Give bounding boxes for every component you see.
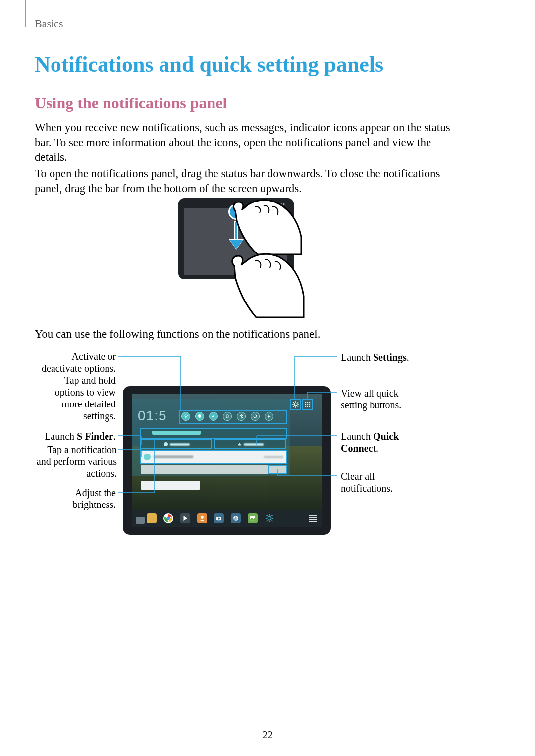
camera-icon: [214, 513, 224, 523]
play-store-icon: [180, 513, 190, 523]
callout-notification-action: Tap a notification and perform various a…: [34, 444, 117, 479]
svg-point-11: [305, 402, 307, 403]
sound-toggle-icon: [209, 412, 218, 421]
callout-quick-connect: Launch Quick Connect.: [341, 430, 425, 454]
bluetooth-toggle-icon: [237, 412, 246, 421]
airplane-toggle-icon: [265, 412, 273, 421]
internet-icon: [231, 513, 241, 523]
panel-clock: 01:5: [138, 408, 167, 424]
svg-point-18: [307, 406, 309, 407]
svg-point-16: [309, 404, 311, 405]
svg-point-14: [305, 404, 307, 405]
page-gutter-line: [25, 0, 26, 27]
svg-line-10: [293, 406, 294, 407]
settings-dock-icon: [265, 513, 274, 523]
svg-point-15: [307, 404, 309, 405]
svg-rect-1: [226, 415, 228, 418]
svg-point-27: [268, 516, 271, 520]
sfinder-button: [141, 440, 213, 449]
section-title: Using the notifications panel: [35, 94, 227, 112]
callout-settings: Launch Settings.: [341, 352, 425, 363]
svg-line-9: [297, 402, 298, 403]
clear-notifications-bar: [141, 465, 286, 474]
svg-line-7: [293, 402, 294, 403]
breadcrumb: Basics: [35, 17, 63, 30]
callout-clear: Clear all notifications.: [341, 470, 425, 494]
search-widget: [141, 481, 200, 490]
expand-icon: [304, 401, 311, 408]
location-toggle-icon: [195, 412, 204, 421]
settings-icon: [292, 401, 299, 408]
page-title: Notifications and quick setting panels: [35, 52, 383, 77]
dock: [147, 513, 325, 524]
svg-line-34: [272, 515, 273, 516]
hand-top-icon: [228, 196, 302, 255]
hand-bottom-icon: [225, 249, 305, 318]
wifi-notification-icon: [144, 454, 151, 460]
svg-line-32: [267, 515, 268, 516]
callout-brightness: Adjust the brightness.: [58, 487, 116, 510]
callout-quick-settings: Activate or deactivate options. Tap and …: [40, 351, 116, 422]
device-screen: 01:5 ★: [132, 394, 322, 527]
notification-entry: [141, 451, 286, 463]
body-paragraph-3: You can use the following functions on t…: [35, 327, 466, 342]
wifi-toggle-icon: [181, 412, 190, 421]
brightness-slider: [141, 429, 286, 438]
svg-point-2: [294, 403, 297, 406]
svg-line-35: [267, 521, 268, 522]
svg-line-8: [297, 406, 298, 407]
svg-point-24: [218, 518, 220, 520]
svg-line-33: [272, 521, 273, 522]
sync-toggle-icon: [251, 412, 260, 421]
quick-connect-button: ★: [214, 440, 286, 449]
apps-drawer-icon: [309, 515, 318, 524]
annotated-panel-screenshot: 01:5 ★: [123, 386, 331, 535]
svg-point-13: [309, 402, 311, 403]
svg-point-19: [309, 406, 311, 407]
svg-point-22: [201, 516, 204, 519]
body-paragraph-1: When you receive new notifications, such…: [35, 120, 466, 165]
callout-sfinder: Launch S Finder.: [40, 430, 116, 442]
page-number: 22: [0, 728, 535, 741]
gallery-icon: [248, 513, 258, 523]
app-icon-1: [147, 513, 157, 523]
chrome-icon: [163, 513, 173, 523]
folder-icon: [136, 517, 145, 524]
rotate-toggle-icon: [223, 412, 232, 421]
contacts-icon: [197, 513, 207, 523]
quick-settings-row: [181, 412, 273, 421]
svg-point-17: [305, 406, 307, 407]
svg-point-12: [307, 402, 309, 403]
callout-view-all: View all quick setting buttons.: [341, 387, 425, 411]
body-paragraph-2: To open the notifications panel, drag th…: [35, 166, 466, 196]
svg-point-0: [185, 417, 186, 418]
drag-gesture-illustration: 10:00: [178, 198, 294, 315]
